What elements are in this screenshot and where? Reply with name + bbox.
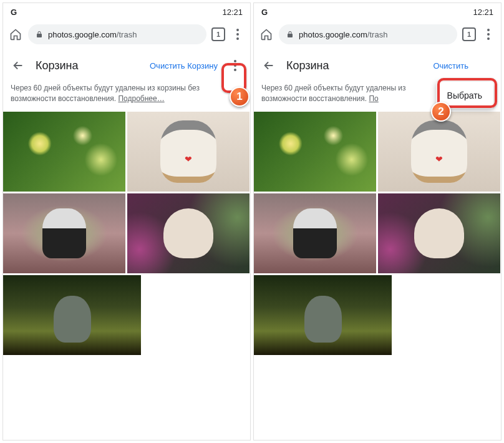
clock: 12:21 xyxy=(473,7,493,17)
photo-thumb[interactable] xyxy=(3,193,125,273)
url-text: photos.google.com/trash xyxy=(299,30,387,39)
learn-more-link[interactable]: По xyxy=(369,94,378,103)
url-text: photos.google.com/trash xyxy=(48,30,137,39)
photo-thumb[interactable] xyxy=(127,112,250,192)
url-bar[interactable]: photos.google.com/trash xyxy=(28,24,206,44)
chrome-menu-icon[interactable] xyxy=(230,29,245,40)
chrome-menu-icon[interactable] xyxy=(481,29,496,40)
home-icon[interactable] xyxy=(8,27,23,42)
photo-thumb[interactable] xyxy=(254,193,376,273)
step2-badge: 2 xyxy=(431,102,451,122)
clear-trash-link[interactable]: Очистить Корзину xyxy=(150,61,218,71)
lock-icon xyxy=(36,30,43,39)
photo-grid xyxy=(254,112,501,355)
photo-thumb[interactable] xyxy=(254,112,376,192)
photo-thumb[interactable] xyxy=(3,275,141,355)
lock-icon xyxy=(286,30,294,39)
back-icon[interactable] xyxy=(11,58,26,73)
notice-text: Через 60 дней объекты будут удалены из к… xyxy=(3,83,250,112)
back-icon[interactable] xyxy=(261,58,276,73)
photo-thumb[interactable] xyxy=(378,193,500,273)
app-toolbar: Корзина Очистить Корзину xyxy=(3,48,250,83)
clock: 12:21 xyxy=(222,7,243,17)
url-bar[interactable]: photos.google.com/trash xyxy=(279,24,457,44)
photo-grid xyxy=(3,112,250,355)
status-bar: G 12:21 xyxy=(254,3,501,21)
step1-badge: 1 xyxy=(230,87,250,107)
google-logo: G xyxy=(261,7,268,17)
clear-trash-link[interactable]: Очистить xyxy=(433,61,468,71)
tab-count[interactable]: 1 xyxy=(462,27,476,41)
learn-more-link[interactable]: Подробнее… xyxy=(118,94,164,103)
screen-left: G 12:21 photos.google.com/trash 1 Корзин… xyxy=(2,2,251,441)
home-icon[interactable] xyxy=(259,27,274,42)
tab-count[interactable]: 1 xyxy=(211,27,225,41)
photo-thumb[interactable] xyxy=(3,112,125,192)
browser-toolbar: photos.google.com/trash 1 xyxy=(254,21,501,48)
photo-thumb[interactable] xyxy=(254,275,392,355)
google-logo: G xyxy=(11,7,17,17)
page-title: Корзина xyxy=(36,59,140,72)
page-title: Корзина xyxy=(286,59,423,72)
photo-thumb[interactable] xyxy=(127,193,250,273)
photo-thumb[interactable] xyxy=(378,112,500,192)
status-bar: G 12:21 xyxy=(3,3,250,21)
browser-toolbar: photos.google.com/trash 1 xyxy=(3,21,250,48)
screen-right: G 12:21 photos.google.com/trash 1 Корзин… xyxy=(253,2,502,441)
